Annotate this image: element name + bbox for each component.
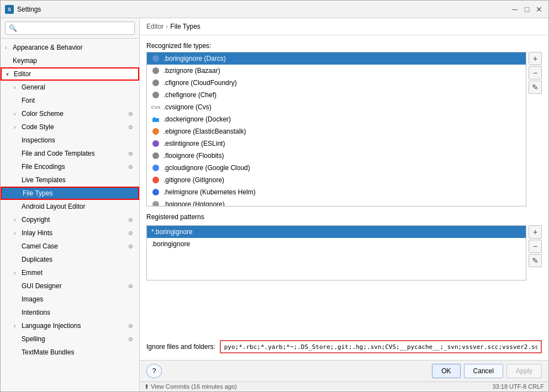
ok-button[interactable]: OK [432,364,460,378]
expand-arrow-icon: › [14,323,20,329]
breadcrumb-editor: Editor [146,23,163,30]
recognized-label: Recognized file types: [146,42,542,50]
recognized-remove-btn[interactable]: − [529,66,542,80]
sidebar-item-inlay-hints[interactable]: ›Inlay Hints⚙ [1,226,139,240]
patterns-edit-btn[interactable]: ✎ [529,254,542,267]
recognized-list-item[interactable]: .eslintignore (ESLint) [147,137,526,150]
sidebar-item-editor[interactable]: ▾Editor [1,67,139,81]
search-input[interactable] [5,22,135,35]
recognized-list-item[interactable]: .dockerignore (Docker) [147,113,526,125]
file-type-icon [151,66,160,75]
recognized-list[interactable]: .boringignore (Darcs).bzrignore (Bazaar)… [146,52,526,206]
recognized-section: Recognized file types: .boringignore (Da… [146,42,542,206]
sidebar-item-file-types[interactable]: File Types [1,187,139,200]
sidebar-label-file-types: File Types [23,189,134,197]
settings-icon: ⚙ [126,149,135,158]
sidebar-item-live-templates[interactable]: Live Templates [1,173,139,187]
sidebar-item-language-injections[interactable]: ›Language Injections⚙ [1,319,139,332]
sidebar-item-android-layout-editor[interactable]: Android Layout Editor [1,200,139,213]
file-type-label: .bzrignore (Bazaar) [163,67,220,75]
sidebar-item-appearance[interactable]: ›Appearance & Behavior [1,41,139,54]
patterns-remove-btn[interactable]: − [529,240,542,253]
recognized-side-btns: + − ✎ [529,52,542,206]
minimize-button[interactable]: ─ [510,4,520,14]
cancel-button[interactable]: Cancel [464,364,503,378]
bottom-bar: ? OK Cancel Apply [140,360,548,382]
recognized-list-item[interactable]: .boringignore (Darcs) [147,52,526,65]
recognized-list-item[interactable]: .bzrignore (Bazaar) [147,65,526,77]
file-type-icon [151,163,160,172]
settings-icon: ⚙ [126,123,135,131]
settings-icon: ⚙ [126,229,135,237]
file-type-label: .dockerignore (Docker) [163,115,231,123]
sidebar-item-camel-case[interactable]: Camel Case⚙ [1,240,139,253]
recognized-list-item[interactable]: .chefignore (Chef) [147,89,526,101]
recognized-list-item[interactable]: .helmignore (Kubernetes Helm) [147,186,526,198]
pattern-list-item[interactable]: *.boringignore [147,226,526,238]
ignore-input[interactable] [220,340,542,353]
sidebar-item-spelling[interactable]: Spelling⚙ [1,332,139,346]
file-type-icon [151,115,160,124]
settings-icon: ⚙ [126,109,135,118]
svg-point-0 [152,55,159,62]
sidebar-item-color-scheme[interactable]: ›Color Scheme⚙ [1,107,139,120]
sidebar-item-general[interactable]: ›General [1,81,139,94]
file-type-label: .gitignore (GitIgnore) [163,176,224,184]
patterns-add-btn[interactable]: + [529,225,542,239]
file-type-label: .flooignore (Floobits) [163,152,224,160]
file-type-label: .cfignore (CloudFoundry) [163,79,237,87]
help-button[interactable]: ? [146,364,162,378]
file-type-label: .hgignore (HgIgnore) [163,200,225,206]
file-type-label: .helmignore (Kubernetes Helm) [163,188,256,196]
recognized-list-item[interactable]: .gitignore (GitIgnore) [147,174,526,186]
expand-arrow-icon: › [14,111,20,117]
svg-point-12 [152,201,159,206]
recognized-list-item[interactable]: .flooignore (Floobits) [147,150,526,162]
patterns-section: Registered patterns *.boringignore.borin… [146,213,542,280]
sidebar-item-font[interactable]: Font [1,94,139,107]
file-type-icon [151,151,160,160]
close-button[interactable]: ✕ [534,4,544,14]
recognized-add-btn[interactable]: + [529,52,542,65]
sidebar-label-intentions: Intentions [22,309,135,316]
sidebar-label-textmate-bundles: TextMate Bundles [22,348,135,356]
settings-icon: ⚙ [126,215,135,224]
settings-icon: ⚙ [126,335,135,343]
sidebar-item-copyright[interactable]: ›Copyright⚙ [1,213,139,226]
sidebar-item-keymap[interactable]: Keymap [1,54,139,67]
sidebar-item-file-encodings[interactable]: File Encodings⚙ [1,160,139,173]
sidebar-label-file-code-templates: File and Code Templates [22,150,124,157]
file-type-icon [151,139,160,148]
sidebar-item-inspections[interactable]: Inspections [1,134,139,147]
app-icon: S [5,5,14,14]
recognized-list-item[interactable]: .gcloudignore (Google Cloud) [147,162,526,174]
sidebar-item-intentions[interactable]: Intentions [1,306,139,319]
breadcrumb-separator: › [166,23,168,30]
sidebar-item-emmet[interactable]: ›Emmet [1,266,139,279]
sidebar-item-file-code-templates[interactable]: File and Code Templates⚙ [1,147,139,160]
sidebar-item-textmate-bundles[interactable]: TextMate Bundles [1,346,139,359]
sidebar-item-gui-designer[interactable]: GUI Designer⚙ [1,279,139,293]
recognized-list-item[interactable]: .hgignore (HgIgnore) [147,198,526,206]
recognized-list-item[interactable]: .cfignore (CloudFoundry) [147,77,526,89]
patterns-list[interactable]: *.boringignore.boringignore [146,225,526,280]
maximize-button[interactable]: □ [522,4,532,14]
recognized-list-item[interactable]: .ebignore (ElasticBeanstalk) [147,125,526,137]
sidebar-item-images[interactable]: Images [1,293,139,306]
sidebar-tree: ›Appearance & Behavior Keymap▾Editor›Gen… [1,39,139,391]
recognized-list-area: .boringignore (Darcs).bzrignore (Bazaar)… [146,52,542,206]
sidebar-label-appearance: Appearance & Behavior [13,44,135,51]
svg-point-9 [152,165,159,171]
recognized-edit-btn[interactable]: ✎ [529,81,542,94]
sidebar-item-code-style[interactable]: ›Code Style⚙ [1,120,139,134]
settings-icon: ⚙ [126,162,135,171]
sidebar-item-duplicates[interactable]: Duplicates [1,253,139,266]
svg-point-2 [152,80,159,86]
apply-button[interactable]: Apply [506,364,542,378]
pattern-list-item[interactable]: .boringignore [147,238,526,250]
sidebar-label-general: General [22,83,135,91]
panel-body: Recognized file types: .boringignore (Da… [140,35,548,360]
sidebar: ›Appearance & Behavior Keymap▾Editor›Gen… [1,18,140,391]
recognized-list-item[interactable]: CVS.cvsignore (Cvs) [147,101,526,113]
expand-arrow-icon: › [14,270,20,276]
